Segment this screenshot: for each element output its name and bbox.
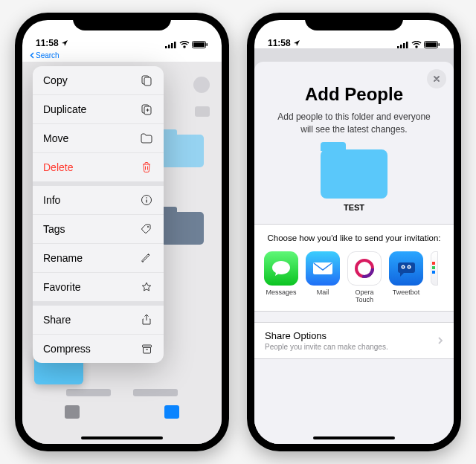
svg-rect-0 [165, 46, 167, 48]
context-menu: Copy Duplicate Move Delete Info Tags Ren… [33, 66, 164, 363]
wifi-icon [179, 41, 190, 48]
share-options-title: Share Options [265, 330, 388, 341]
svg-point-28 [402, 266, 404, 268]
add-people-sheet: Add People Add people to this folder and… [254, 62, 454, 444]
share-options-subtitle: People you invite can make changes. [265, 343, 388, 351]
apps-row: Messages Mail Opera Touch Tweetbot [254, 251, 454, 303]
share-icon [140, 313, 153, 326]
app-label: Opera Touch [347, 289, 382, 303]
app-opera[interactable]: Opera Touch [347, 251, 382, 303]
sheet-subtitle: Add people to this folder and everyone w… [254, 111, 454, 136]
home-indicator[interactable] [81, 436, 163, 439]
svg-rect-5 [193, 42, 205, 47]
send-title: Choose how you'd like to send your invit… [254, 233, 454, 242]
signal-icon [397, 41, 409, 48]
svg-rect-3 [174, 42, 176, 48]
folder-name: TEST [254, 203, 454, 212]
battery-icon [192, 41, 208, 48]
svg-point-13 [147, 226, 149, 228]
svg-rect-31 [432, 266, 435, 269]
back-search[interactable]: Search [30, 51, 60, 59]
svg-rect-22 [439, 43, 440, 46]
wifi-icon [411, 41, 422, 48]
menu-label: Rename [43, 252, 83, 264]
menu-label: Delete [43, 161, 73, 173]
mail-icon [306, 251, 340, 286]
back-search-label: Search [36, 51, 60, 59]
info-icon [140, 193, 153, 207]
svg-rect-32 [432, 271, 435, 274]
phone-left: 11:58 Search [15, 13, 229, 451]
folder-icon [321, 149, 387, 199]
screen-add-people: 11:58 Search Add People Add people to th… [254, 20, 454, 444]
svg-rect-30 [432, 262, 435, 265]
close-button[interactable] [427, 69, 446, 88]
menu-label: Share [43, 314, 71, 326]
menu-label: Copy [43, 74, 68, 86]
app-tweetbot[interactable]: Tweetbot [388, 251, 424, 303]
trash-icon [140, 161, 153, 174]
send-invitation-section: Choose how you'd like to send your invit… [254, 224, 454, 312]
status-time: 11:58 [268, 38, 291, 48]
svg-rect-21 [425, 42, 437, 47]
menu-compress[interactable]: Compress [33, 335, 164, 363]
menu-rename[interactable]: Rename [33, 244, 164, 273]
svg-rect-15 [143, 347, 150, 353]
menu-label: Favorite [43, 281, 81, 293]
screen-context-menu: 11:58 Search [22, 20, 222, 444]
menu-delete[interactable]: Delete [33, 153, 164, 186]
svg-point-12 [146, 197, 147, 199]
svg-rect-1 [168, 45, 170, 48]
menu-favorite[interactable]: Favorite [33, 273, 164, 306]
status-time: 11:58 [36, 38, 59, 48]
menu-label: Info [43, 194, 60, 206]
sheet-title: Add People [254, 84, 454, 105]
close-icon [433, 75, 440, 83]
chevron-right-icon [437, 336, 443, 345]
menu-duplicate[interactable]: Duplicate [33, 95, 164, 124]
menu-label: Move [43, 132, 68, 144]
menu-label: Compress [43, 343, 91, 355]
menu-tags[interactable]: Tags [33, 215, 164, 244]
battery-icon [424, 41, 440, 48]
tag-icon [140, 222, 153, 236]
svg-point-29 [408, 266, 410, 268]
menu-move[interactable]: Move [33, 124, 164, 153]
folder-icon [140, 132, 153, 145]
svg-rect-18 [403, 43, 405, 48]
app-label: Messages [266, 289, 296, 296]
home-indicator[interactable] [313, 436, 395, 439]
menu-share[interactable]: Share [33, 306, 164, 335]
messages-icon [264, 251, 298, 286]
svg-rect-19 [406, 42, 408, 48]
app-more[interactable] [430, 251, 439, 303]
app-mail[interactable]: Mail [305, 251, 341, 303]
menu-info[interactable]: Info [33, 186, 164, 215]
more-app-icon [431, 251, 438, 286]
pencil-icon [140, 251, 153, 265]
location-icon [293, 39, 300, 47]
signal-icon [165, 41, 177, 48]
notch [305, 13, 403, 30]
copy-icon [140, 74, 153, 87]
app-messages[interactable]: Messages [263, 251, 299, 303]
svg-rect-2 [171, 43, 173, 48]
svg-rect-6 [207, 43, 208, 46]
menu-label: Duplicate [43, 103, 86, 115]
share-options-row[interactable]: Share Options People you invite can make… [254, 322, 454, 359]
tweetbot-icon [389, 251, 423, 286]
archive-icon [140, 342, 153, 355]
menu-label: Tags [43, 223, 65, 235]
location-icon [61, 39, 68, 47]
app-label: Tweetbot [393, 289, 420, 296]
phone-right: 11:58 Search Add People Add people to th… [247, 13, 461, 451]
app-label: Mail [317, 289, 329, 296]
svg-rect-8 [144, 77, 151, 86]
menu-copy[interactable]: Copy [33, 66, 164, 95]
star-icon [140, 280, 153, 294]
opera-icon [347, 251, 382, 286]
notch [73, 13, 171, 30]
duplicate-icon [140, 103, 153, 116]
